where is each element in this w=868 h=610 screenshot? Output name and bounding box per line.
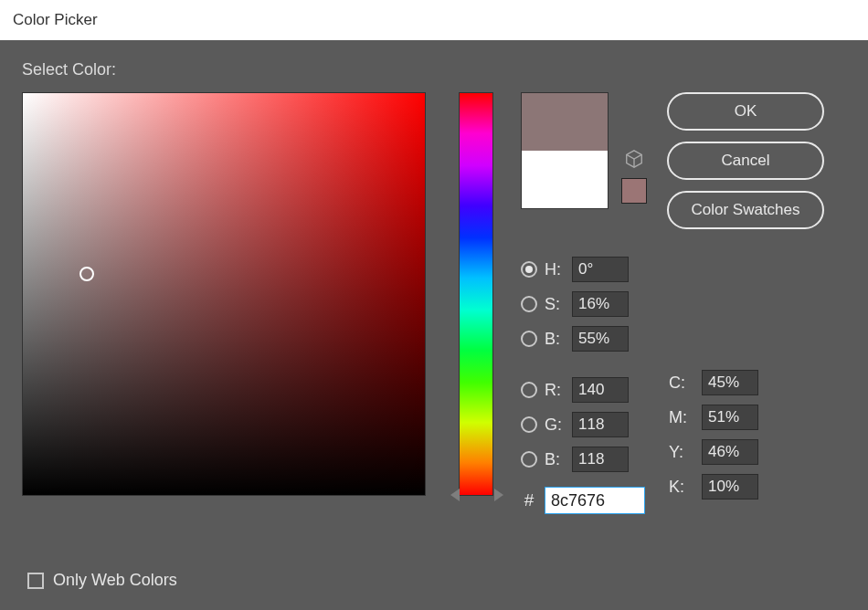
- dialog-body: Select Color:: [0, 40, 868, 610]
- main-layout: OK Cancel Color Swatches H:: [22, 92, 846, 514]
- hue-slider-thumb[interactable]: [450, 489, 503, 501]
- hex-row: #: [521, 487, 645, 514]
- r-row: R:: [521, 377, 645, 403]
- m-label: M:: [669, 408, 694, 427]
- ok-button[interactable]: OK: [667, 92, 824, 131]
- b-hsb-input[interactable]: [572, 326, 629, 352]
- m-row: M:: [669, 405, 758, 430]
- m-input[interactable]: [702, 405, 758, 430]
- h-row: H:: [521, 257, 645, 282]
- preview-block: [521, 92, 647, 229]
- b-hsb-radio[interactable]: [521, 331, 537, 347]
- swatch-chip[interactable]: [621, 178, 647, 204]
- c-label: C:: [669, 373, 694, 393]
- y-row: Y:: [669, 439, 758, 465]
- h-label: H:: [545, 260, 565, 279]
- c-input[interactable]: [702, 370, 758, 395]
- window-title: Color Picker: [13, 11, 98, 29]
- action-buttons: OK Cancel Color Swatches: [667, 92, 824, 229]
- s-label: S:: [545, 295, 565, 314]
- select-color-label: Select Color:: [22, 60, 846, 79]
- value-fields: H: S: B:: [521, 257, 824, 514]
- b-rgb-input[interactable]: [572, 447, 629, 472]
- y-label: Y:: [669, 443, 694, 462]
- cancel-button[interactable]: Cancel: [667, 142, 824, 180]
- hue-column: [459, 92, 493, 514]
- k-label: K:: [669, 478, 694, 497]
- color-preview: [521, 92, 609, 209]
- hash-label: #: [521, 490, 537, 510]
- h-radio[interactable]: [521, 261, 537, 278]
- preview-side-icons: [621, 149, 647, 204]
- top-right-row: OK Cancel Color Swatches: [521, 92, 824, 229]
- previous-color-swatch[interactable]: [522, 151, 608, 208]
- r-input[interactable]: [572, 377, 629, 403]
- g-row: G:: [521, 412, 645, 437]
- right-column: OK Cancel Color Swatches H:: [521, 92, 824, 514]
- g-radio[interactable]: [521, 416, 537, 433]
- hsb-rgb-column: H: S: B:: [521, 257, 645, 514]
- color-picker-window: Color Picker Select Color:: [0, 0, 868, 610]
- b-rgb-radio[interactable]: [521, 451, 537, 468]
- s-input[interactable]: [572, 291, 629, 317]
- saturation-value-field[interactable]: [22, 92, 426, 496]
- only-web-colors-checkbox[interactable]: [27, 573, 44, 589]
- y-input[interactable]: [702, 439, 758, 465]
- new-color-swatch[interactable]: [522, 93, 608, 151]
- cmyk-column: C: M: Y: K:: [669, 370, 758, 514]
- s-row: S:: [521, 291, 645, 317]
- s-radio[interactable]: [521, 296, 537, 312]
- hue-slider[interactable]: [459, 92, 493, 496]
- b-rgb-label: B:: [545, 450, 565, 469]
- only-web-colors-label: Only Web Colors: [53, 571, 177, 590]
- k-input[interactable]: [702, 474, 758, 500]
- footer: Only Web Colors: [27, 571, 177, 590]
- g-label: G:: [545, 415, 565, 435]
- titlebar[interactable]: Color Picker: [0, 0, 868, 40]
- b-hsb-label: B:: [545, 330, 565, 349]
- b-rgb-row: B:: [521, 447, 645, 472]
- g-input[interactable]: [572, 412, 629, 437]
- r-radio[interactable]: [521, 382, 537, 398]
- k-row: K:: [669, 474, 758, 500]
- b-hsb-row: B:: [521, 326, 645, 352]
- hex-input[interactable]: [545, 487, 645, 514]
- sv-cursor[interactable]: [79, 267, 94, 281]
- c-row: C:: [669, 370, 758, 395]
- h-input[interactable]: [572, 257, 629, 282]
- cube-icon: [624, 149, 644, 169]
- color-swatches-button[interactable]: Color Swatches: [667, 191, 824, 229]
- r-label: R:: [545, 381, 565, 400]
